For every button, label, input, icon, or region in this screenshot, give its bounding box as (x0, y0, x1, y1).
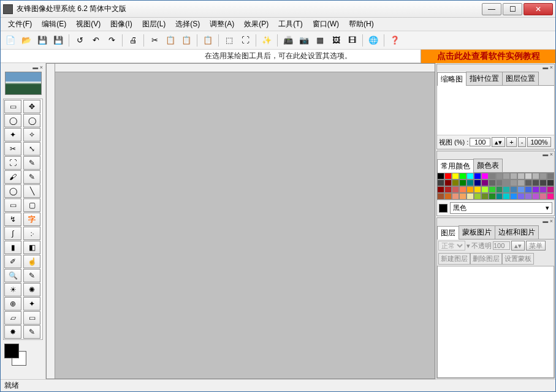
tool-red-eye[interactable]: ▭ (23, 311, 40, 325)
swatch[interactable] (525, 179, 532, 186)
swatch[interactable] (437, 186, 444, 193)
zoom-spinner[interactable]: ▴▾ (492, 137, 505, 147)
maximize-button[interactable]: ☐ (503, 3, 522, 15)
swatch[interactable] (496, 186, 503, 193)
swatch[interactable] (517, 173, 525, 179)
tool-dodge[interactable]: ☀ (4, 283, 21, 296)
navigator-close[interactable]: ▬ × (437, 64, 554, 70)
help-button[interactable]: ❓ (387, 33, 402, 48)
tool-measure[interactable]: ✎ (23, 325, 40, 339)
swatch[interactable] (547, 186, 554, 193)
tool-dropper[interactable]: ✐ (4, 255, 21, 268)
swatch[interactable] (525, 186, 532, 193)
tutorial-promo-link[interactable]: 点击此处查看软件实例教程 (421, 50, 555, 63)
swatch[interactable] (481, 173, 489, 179)
swatch[interactable] (510, 179, 517, 186)
close-button[interactable]: ✕ (524, 3, 553, 15)
swatch[interactable] (532, 173, 539, 179)
tool-curve[interactable]: ∫ (4, 227, 21, 240)
swatch[interactable] (532, 179, 539, 186)
tool-text[interactable]: 字 (23, 213, 40, 226)
swatch[interactable] (532, 186, 539, 193)
swatch[interactable] (437, 173, 444, 179)
tool-rect-select[interactable]: ▭ (4, 100, 21, 113)
print-button[interactable]: 🖨 (126, 33, 140, 48)
tool-free-transform[interactable]: ⛶ (4, 156, 21, 170)
swatch[interactable] (525, 193, 532, 200)
tab-蒙板图片[interactable]: 蒙板图片 (459, 225, 495, 239)
swatch[interactable] (510, 186, 517, 193)
redo-button[interactable]: ↷ (104, 33, 119, 48)
layer-btn-新建图层[interactable]: 新建图层 (438, 253, 470, 265)
tool-eyedropper[interactable]: ✎ (23, 156, 40, 170)
swatch[interactable] (467, 193, 474, 200)
canvas-area[interactable] (46, 63, 435, 379)
swatch[interactable] (496, 193, 503, 200)
undo-button[interactable]: ↶ (88, 33, 103, 48)
scanner-button[interactable]: 📠 (281, 33, 295, 48)
tool-polygon-lasso[interactable]: ✦ (4, 128, 21, 141)
swatch[interactable] (539, 193, 547, 200)
camera-button[interactable]: 📷 (297, 33, 311, 48)
frame-button[interactable]: ▦ (313, 33, 327, 48)
tool-pencil[interactable]: ✎ (23, 170, 40, 184)
tool-effect-brush[interactable]: ✸ (4, 325, 21, 339)
tool-eraser[interactable]: ▱ (4, 311, 21, 325)
tool-round-rect[interactable]: ▢ (23, 198, 40, 212)
swatch[interactable] (503, 173, 510, 179)
swatch[interactable] (474, 186, 481, 193)
menu-图像[interactable]: 图像(I) (105, 18, 137, 31)
swatch[interactable] (539, 179, 547, 186)
swatch[interactable] (459, 173, 467, 179)
paste-button[interactable]: 📋 (179, 33, 194, 48)
zoom-100-button[interactable]: 100% (527, 137, 550, 147)
left-panel-close[interactable]: ▬ × (2, 64, 44, 70)
effects-button[interactable]: ✨ (259, 33, 274, 48)
swatch[interactable] (459, 186, 467, 193)
slideshow-button[interactable]: 🎞 (345, 33, 359, 48)
menu-窗口[interactable]: 窗口(W) (308, 18, 344, 31)
swatch[interactable] (517, 186, 525, 193)
tab-颜色表[interactable]: 颜色表 (473, 159, 503, 172)
swatch[interactable] (452, 193, 459, 200)
swatch[interactable] (444, 179, 452, 186)
zoom-out-button[interactable]: - (518, 137, 527, 147)
gallery-button[interactable]: 🖼 (329, 33, 343, 48)
swatch[interactable] (437, 179, 444, 186)
menu-选择[interactable]: 选择(S) (170, 18, 205, 31)
crop-button[interactable]: ⬚ (222, 33, 237, 48)
swatch[interactable] (459, 179, 467, 186)
swatch[interactable] (517, 179, 525, 186)
tool-move[interactable]: ✥ (23, 100, 40, 113)
tool-ellipse-select[interactable]: ◯ (4, 114, 21, 127)
layers-panel-close[interactable]: ▬ × (437, 218, 554, 224)
tool-path[interactable]: ↯ (4, 213, 21, 226)
tab-常用颜色[interactable]: 常用颜色 (437, 159, 474, 173)
swatch[interactable] (510, 193, 517, 200)
new-button[interactable]: 📄 (3, 33, 18, 48)
tool-spray[interactable]: ჻ (23, 227, 40, 240)
color-name-dropdown[interactable]: 黑色 ▾ (450, 202, 552, 214)
swatch[interactable] (489, 193, 496, 200)
tab-缩略图[interactable]: 缩略图 (437, 72, 467, 86)
cut-button[interactable]: ✂ (147, 33, 162, 48)
swatch[interactable] (452, 173, 459, 179)
layer-menu-button[interactable]: 菜单 (526, 241, 546, 251)
menu-文件[interactable]: 文件(F) (3, 18, 37, 31)
swatch[interactable] (459, 193, 467, 200)
swatch[interactable] (474, 193, 481, 200)
tool-gradient[interactable]: ◧ (23, 241, 40, 254)
swatch[interactable] (532, 193, 539, 200)
minimize-button[interactable]: — (482, 3, 501, 15)
tab-图层[interactable]: 图层 (437, 226, 459, 239)
color-swatches[interactable] (4, 344, 26, 366)
tool-line[interactable]: ╲ (23, 184, 40, 198)
document-thumbnail[interactable] (5, 72, 42, 95)
swatch[interactable] (467, 179, 474, 186)
menu-工具[interactable]: 工具(T) (273, 18, 307, 31)
layer-btn-设置蒙板[interactable]: 设置蒙板 (502, 253, 534, 265)
tool-heal[interactable]: ✦ (23, 297, 40, 311)
layer-list[interactable] (437, 266, 554, 378)
swatch[interactable] (496, 179, 503, 186)
open-button[interactable]: 📂 (19, 33, 34, 48)
